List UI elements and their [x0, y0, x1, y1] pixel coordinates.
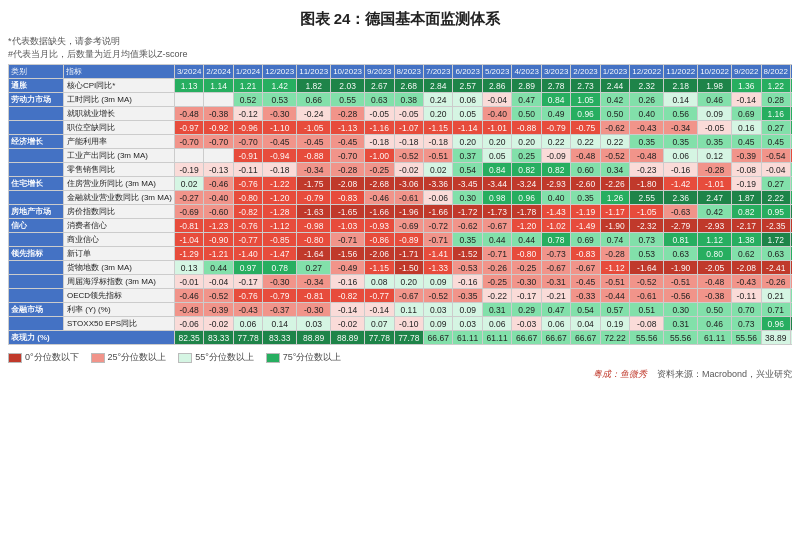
cell-0-8: 2.84	[424, 79, 453, 93]
cell-0-3: 1.42	[263, 79, 297, 93]
cell-0-4: 1.82	[297, 79, 331, 93]
cell-1-0	[174, 93, 203, 107]
cell-13-6: -1.15	[365, 261, 394, 275]
cell-10-16: -2.79	[664, 219, 698, 233]
cell-4-3: -0.45	[263, 135, 297, 149]
cell-17-6: 0.07	[365, 317, 394, 331]
cell-2-10: -0.40	[482, 107, 511, 121]
cell-11-16: 0.81	[664, 233, 698, 247]
cell-11-9: 0.35	[453, 233, 482, 247]
cell-5-10: 0.05	[482, 149, 511, 163]
cell-1-19: 0.28	[761, 93, 790, 107]
cell-11-2: -0.77	[233, 233, 262, 247]
cell-12-18: 0.62	[732, 247, 761, 261]
cell-12-10: -0.71	[482, 247, 511, 261]
cell-6-11: 0.82	[512, 163, 541, 177]
cell-17-7: -0.10	[394, 317, 423, 331]
cell-15-13: -0.33	[571, 289, 600, 303]
legend-label-4: 75°分位数以上	[283, 351, 342, 364]
cell-2-11: 0.50	[512, 107, 541, 121]
cell-8-10: 0.98	[482, 191, 511, 205]
cell-1-12: 0.84	[541, 93, 570, 107]
cell-18-9: 61.11	[453, 331, 482, 345]
cell-13-0: 0.13	[174, 261, 203, 275]
cell-13-14: -1.12	[600, 261, 629, 275]
cell-15-4: -0.81	[297, 289, 331, 303]
page-title: 图表 24：德国基本面监测体系	[8, 10, 792, 29]
cell-8-5: -0.83	[331, 191, 365, 205]
cell-10-11: -1.20	[512, 219, 541, 233]
cell-6-18: -0.08	[732, 163, 761, 177]
cell-17-12: 0.06	[541, 317, 570, 331]
cell-9-17: 0.42	[698, 205, 732, 219]
cell-10-6: -0.93	[365, 219, 394, 233]
cell-2-20: 1.38	[790, 107, 792, 121]
cell-17-5: -0.02	[331, 317, 365, 331]
cell-7-17: -1.01	[698, 177, 732, 191]
cell-6-15: -0.23	[630, 163, 664, 177]
cell-18-3: 83.33	[263, 331, 297, 345]
col-header-11-2022: 11/2022	[664, 65, 698, 79]
cell-18-1: 83.33	[204, 331, 233, 345]
col-header-9-2023: 9/2023	[365, 65, 394, 79]
cell-16-15: 0.51	[630, 303, 664, 317]
cell-17-16: 0.31	[664, 317, 698, 331]
cell-8-20: 1.32	[790, 191, 792, 205]
cell-3-20: 0.79	[790, 121, 792, 135]
cell-9-5: -1.65	[331, 205, 365, 219]
cell-4-18: 0.45	[732, 135, 761, 149]
cell-11-8: -0.71	[424, 233, 453, 247]
cell-10-8: -0.72	[424, 219, 453, 233]
cell-9-18: 0.82	[732, 205, 761, 219]
cell-0-9: 2.57	[453, 79, 482, 93]
row-label-16: 利率 (Y) (%)	[64, 303, 175, 317]
cell-8-4: -0.79	[297, 191, 331, 205]
row-label-8: 金融就业营业数同比 (3m MA)	[64, 191, 175, 205]
cell-6-10: 0.84	[482, 163, 511, 177]
cell-16-1: -0.39	[204, 303, 233, 317]
cell-11-18: 1.38	[732, 233, 761, 247]
cell-7-20: 0.74	[790, 177, 792, 191]
cell-17-14: 0.19	[600, 317, 629, 331]
cell-5-12: -0.09	[541, 149, 570, 163]
cell-16-16: 0.30	[664, 303, 698, 317]
cell-6-0: -0.19	[174, 163, 203, 177]
cell-1-8: 0.24	[424, 93, 453, 107]
cell-8-13: 0.35	[571, 191, 600, 205]
row-label-11: 商业信心	[64, 233, 175, 247]
cell-13-20: -2.04	[790, 261, 792, 275]
cell-14-8: 0.09	[424, 275, 453, 289]
cell-8-19: 2.22	[761, 191, 790, 205]
cell-8-12: 0.40	[541, 191, 570, 205]
cell-12-3: -1.47	[263, 247, 297, 261]
cell-1-7: 0.38	[394, 93, 423, 107]
cell-9-1: -0.60	[204, 205, 233, 219]
cell-13-17: -2.05	[698, 261, 732, 275]
cell-14-11: -0.30	[512, 275, 541, 289]
cell-9-13: -1.19	[571, 205, 600, 219]
cell-16-2: -0.43	[233, 303, 262, 317]
cell-1-20: 0.31	[790, 93, 792, 107]
legend-box-3	[178, 353, 192, 363]
cell-14-4: -0.34	[297, 275, 331, 289]
cell-17-9: 0.03	[453, 317, 482, 331]
cell-0-2: 1.21	[233, 79, 262, 93]
cell-1-9: 0.06	[453, 93, 482, 107]
cell-6-2: -0.11	[233, 163, 262, 177]
cell-13-12: -0.67	[541, 261, 570, 275]
cell-6-6: -0.25	[365, 163, 394, 177]
cell-15-14: -0.44	[600, 289, 629, 303]
col-header-11-2023: 11/2023	[297, 65, 331, 79]
cell-17-15: -0.08	[630, 317, 664, 331]
row-label-13: 货物地数 (3m MA)	[64, 261, 175, 275]
cell-15-16: -0.56	[664, 289, 698, 303]
cell-0-15: 2.32	[630, 79, 664, 93]
cell-11-13: 0.69	[571, 233, 600, 247]
cell-5-2: -0.91	[233, 149, 262, 163]
row-cat-8	[9, 191, 64, 205]
row-cat-17	[9, 317, 64, 331]
cell-10-20: -1.59	[790, 219, 792, 233]
cell-15-20: 0.54	[790, 289, 792, 303]
cell-6-16: -0.16	[664, 163, 698, 177]
row-cat-0: 通胀	[9, 79, 64, 93]
